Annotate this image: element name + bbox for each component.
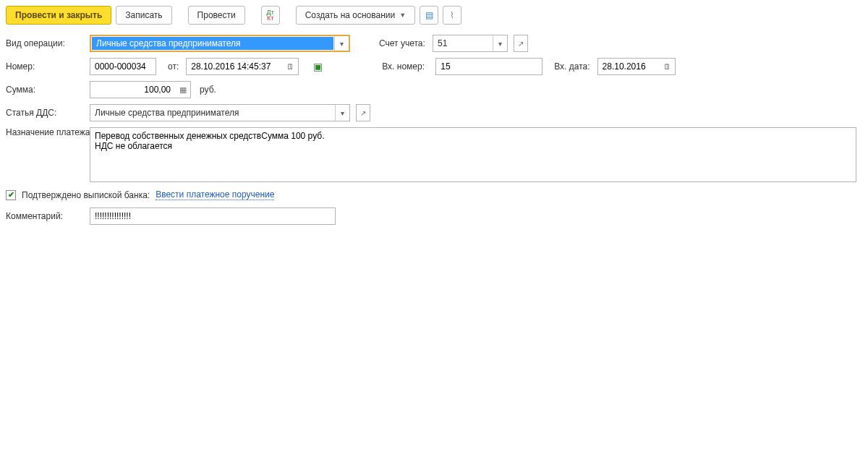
save-button[interactable]: Записать [116,6,171,25]
dropdown-icon[interactable]: ▾ [335,105,349,121]
dropdown-icon[interactable]: ▾ [493,35,507,51]
confirmed-checkbox[interactable]: ✔ [6,190,16,200]
number-input[interactable] [90,58,156,75]
currency-label: руб. [194,85,216,95]
from-label: от: [159,61,183,72]
account-value: 51 [433,35,493,51]
debit-credit-button[interactable]: ДтКт [261,6,280,25]
amount-input[interactable] [90,81,175,98]
number-label: Номер: [6,61,87,72]
operation-type-value: Личные средства предпринимателя [92,37,333,50]
purpose-label: Назначение платежа: [6,127,87,137]
operation-type-label: Вид операции: [6,38,87,48]
dds-select[interactable]: Личные средства предпринимателя ▾ [90,104,350,121]
attachment-button[interactable]: ⌇ [443,6,461,25]
status-posted-icon: ▣ [313,61,323,72]
calendar-icon[interactable]: 🗓 [283,58,299,75]
toolbar: Провести и закрыть Записать Провести ДтК… [6,6,862,25]
account-label: Счет учета: [379,38,430,48]
chevron-down-icon: ▼ [399,12,406,19]
comment-input[interactable] [90,207,336,225]
calendar-icon[interactable]: 🗓 [660,58,676,75]
open-account-button[interactable]: ↗ [514,35,528,52]
amount-label: Сумма: [6,85,87,95]
in-date-label: Вх. дата: [545,61,594,72]
post-button[interactable]: Провести [188,6,245,25]
date-input[interactable] [186,58,283,75]
in-number-input[interactable] [435,58,542,75]
open-dds-button[interactable]: ↗ [356,104,370,121]
calculator-icon[interactable]: ▦ [175,81,191,98]
dtkt-icon: ДтКт [267,9,274,21]
sheet-icon: ▤ [425,10,433,20]
dropdown-icon[interactable]: ▾ [334,36,349,51]
confirmed-label: Подтверждено выпиской банка: [22,190,150,200]
in-date-input[interactable] [597,58,660,75]
enter-payment-order-link[interactable]: Ввести платежное поручение [156,189,274,200]
create-based-on-button[interactable]: Создать на основании▼ [296,6,415,25]
operation-type-select[interactable]: Личные средства предпринимателя ▾ [90,35,350,52]
dds-label: Статья ДДС: [6,108,87,118]
dds-value: Личные средства предпринимателя [90,105,335,121]
post-and-close-button[interactable]: Провести и закрыть [6,6,111,25]
purpose-textarea[interactable] [90,127,856,182]
sheet-button[interactable]: ▤ [420,6,438,25]
comment-label: Комментарий: [6,211,87,221]
in-number-label: Вх. номер: [382,61,433,72]
account-select[interactable]: 51 ▾ [433,35,508,52]
paperclip-icon: ⌇ [450,10,454,20]
